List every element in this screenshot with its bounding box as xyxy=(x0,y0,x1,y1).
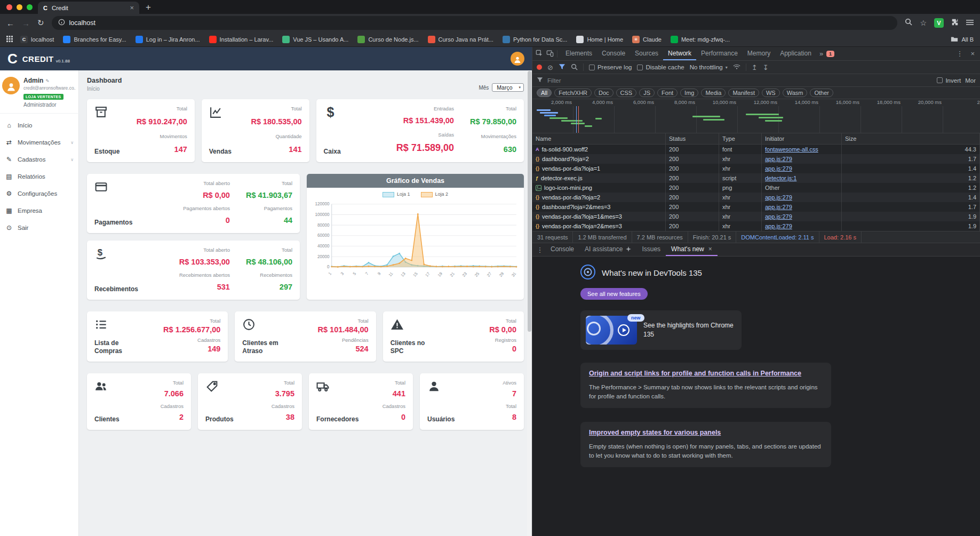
more-filters-label[interactable]: Mor xyxy=(965,77,976,84)
devtools-tab-elements[interactable]: Elements xyxy=(561,47,597,60)
forward-button[interactable]: → xyxy=(22,19,30,28)
user-avatar[interactable] xyxy=(511,52,524,66)
maximize-window-button[interactable] xyxy=(27,4,33,10)
network-search-icon[interactable] xyxy=(571,63,578,71)
sidebar-item-sair[interactable]: ⊙Sair xyxy=(0,219,79,236)
filter-chip-img[interactable]: Img xyxy=(680,89,698,97)
minimize-window-button[interactable] xyxy=(17,4,22,10)
network-request-row[interactable]: {}dashboard?loja=2200xhrapp.js:2791.7 xyxy=(532,154,980,164)
disable-cache-checkbox[interactable]: Disable cache xyxy=(637,64,684,70)
drawer-menu-icon[interactable]: ⋮ xyxy=(535,246,545,254)
browser-tab[interactable]: C Credit × xyxy=(38,2,139,14)
request-initiator-link[interactable]: app.js:279 xyxy=(765,223,792,229)
devtools-tab-application[interactable]: Application xyxy=(775,47,816,60)
request-initiator-link[interactable]: app.js:279 xyxy=(765,156,792,162)
column-header-type[interactable]: Type xyxy=(719,133,762,144)
legend-item[interactable]: Loja 2 xyxy=(421,191,449,197)
page-scrollbar[interactable] xyxy=(527,70,532,536)
more-tabs-icon[interactable]: » xyxy=(819,50,823,58)
column-header-size[interactable]: Size xyxy=(842,133,980,144)
drawer-tab-what-s-new[interactable]: What's new× xyxy=(666,243,718,256)
whatsnew-section-link[interactable]: Origin and script links for profile and … xyxy=(589,369,801,379)
network-request-row[interactable]: {}vendas-por-dia?loja=1&mes=3200xhrapp.j… xyxy=(532,212,980,221)
sidebar-item-configuracoes[interactable]: ⚙Configurações xyxy=(0,185,79,202)
column-header-name[interactable]: Name xyxy=(532,133,666,144)
drawer-tab-issues[interactable]: Issues xyxy=(636,243,666,256)
bookmark-item[interactable]: Curso de Node.js... xyxy=(357,36,418,43)
bookmark-item[interactable]: Vue JS – Usando A... xyxy=(282,36,348,43)
filter-chip-manifest[interactable]: Manifest xyxy=(728,89,759,97)
bookmark-item[interactable]: ✳Claude xyxy=(632,36,662,43)
network-request-row[interactable]: {}vendas-por-dia?loja=2200xhrapp.js:2791… xyxy=(532,193,980,202)
network-request-row[interactable]: {}dashboard?loja=2&mes=3200xhrapp.js:279… xyxy=(532,202,980,212)
throttling-select[interactable]: No throttling▾ xyxy=(690,64,728,70)
network-filter-input[interactable] xyxy=(547,77,933,84)
invert-checkbox[interactable]: Invert xyxy=(937,77,961,84)
network-request-row[interactable]: logo-icon-mini.png200pngOther1.2 xyxy=(532,183,980,193)
close-icon[interactable]: × xyxy=(708,245,712,253)
legend-item[interactable]: Loja 1 xyxy=(383,191,410,197)
bookmark-item[interactable]: Installation – Larav... xyxy=(209,36,274,43)
sidebar-item-cadastros[interactable]: ✎Cadastros∨ xyxy=(0,151,79,168)
filter-chip-js[interactable]: JS xyxy=(639,89,655,97)
import-har-icon[interactable]: ↥ xyxy=(752,64,758,71)
close-window-button[interactable] xyxy=(6,4,12,10)
export-har-icon[interactable]: ↧ xyxy=(763,64,769,71)
network-request-row[interactable]: {}vendas-por-dia?loja=2&mes=3200xhrapp.j… xyxy=(532,221,980,231)
request-initiator-link[interactable]: app.js:279 xyxy=(765,194,792,201)
filter-chip-wasm[interactable]: Wasm xyxy=(783,89,808,97)
apps-grid-icon[interactable] xyxy=(6,35,13,44)
request-initiator-link[interactable]: detector.js:1 xyxy=(765,175,796,181)
network-conditions-icon[interactable] xyxy=(733,63,740,71)
filter-chip-other[interactable]: Other xyxy=(810,89,833,97)
extensions-puzzle-icon[interactable] xyxy=(951,18,959,28)
clear-icon[interactable]: ⊘ xyxy=(547,64,553,71)
devtools-kebab-icon[interactable]: ⋮ xyxy=(954,50,965,58)
network-request-row[interactable]: ƒdetector-exec.js200scriptdetector.js:11… xyxy=(532,173,980,183)
scrollbar-thumb[interactable] xyxy=(528,71,531,332)
highlights-card[interactable]: new See the highlights from Chrome 135 xyxy=(580,310,742,350)
column-header-status[interactable]: Status xyxy=(666,133,719,144)
inspect-icon[interactable] xyxy=(536,50,543,58)
see-all-features-button[interactable]: See all new features xyxy=(580,288,648,300)
network-request-row[interactable]: Afa-solid-900.woff2200fontfontawesome-al… xyxy=(532,145,980,154)
network-overview[interactable]: 2,000 ms4,000 ms6,000 ms8,000 ms10,000 m… xyxy=(532,99,980,133)
devtools-tab-network[interactable]: Network xyxy=(663,47,696,60)
error-badge[interactable]: 1 xyxy=(826,51,834,57)
request-initiator-link[interactable]: app.js:279 xyxy=(765,213,792,220)
sidebar-item-movimentacoes[interactable]: ⇄Movimentações∨ xyxy=(0,134,79,151)
drawer-tab-console[interactable]: Console xyxy=(545,243,579,256)
tab-close-icon[interactable]: × xyxy=(130,4,134,12)
address-bar[interactable]: localhost xyxy=(52,16,898,30)
sidebar-item-inicio[interactable]: ⌂Início xyxy=(0,117,79,134)
month-select[interactable]: Março ▾ xyxy=(492,83,524,92)
bookmark-item[interactable]: Branches for Easy... xyxy=(63,36,126,43)
back-button[interactable]: ← xyxy=(6,19,14,28)
filter-chip-fetch-xhr[interactable]: Fetch/XHR xyxy=(554,89,592,97)
bookmark-item[interactable]: Home | Home xyxy=(576,36,623,43)
drawer-tab-ai-assistance[interactable]: AI assistance xyxy=(579,243,636,256)
site-info-icon[interactable] xyxy=(58,18,65,28)
search-icon[interactable] xyxy=(905,18,912,28)
devtools-tab-sources[interactable]: Sources xyxy=(630,47,663,60)
filter-chip-media[interactable]: Media xyxy=(701,89,726,97)
devtools-tab-memory[interactable]: Memory xyxy=(743,47,775,60)
bookmark-item[interactable]: Meet: mdg-zfwq-... xyxy=(671,36,730,43)
filter-chip-doc[interactable]: Doc xyxy=(594,89,614,97)
bookmark-item[interactable]: Clocalhost xyxy=(20,36,54,43)
filter-chip-all[interactable]: All xyxy=(537,89,552,97)
devtools-tab-console[interactable]: Console xyxy=(597,47,630,60)
filter-chip-css[interactable]: CSS xyxy=(616,89,637,97)
record-button[interactable] xyxy=(537,65,542,70)
filter-chip-ws[interactable]: WS xyxy=(762,89,780,97)
new-tab-button[interactable]: + xyxy=(146,2,151,13)
devtools-tab-performance[interactable]: Performance xyxy=(696,47,743,60)
bookmark-item[interactable]: Curso Java na Prát... xyxy=(428,36,493,43)
sidebar-item-relatorios[interactable]: ▤Relatórios xyxy=(0,168,79,185)
request-initiator-link[interactable]: app.js:279 xyxy=(765,204,792,210)
request-initiator-link[interactable]: app.js:279 xyxy=(765,165,792,172)
bookmark-star-icon[interactable]: ☆ xyxy=(920,19,927,27)
sidebar-item-empresa[interactable]: ▦Empresa xyxy=(0,202,79,219)
filter-toggle-icon[interactable] xyxy=(559,63,565,71)
network-request-row[interactable]: {}vendas-por-dia?loja=1200xhrapp.js:2791… xyxy=(532,164,980,173)
